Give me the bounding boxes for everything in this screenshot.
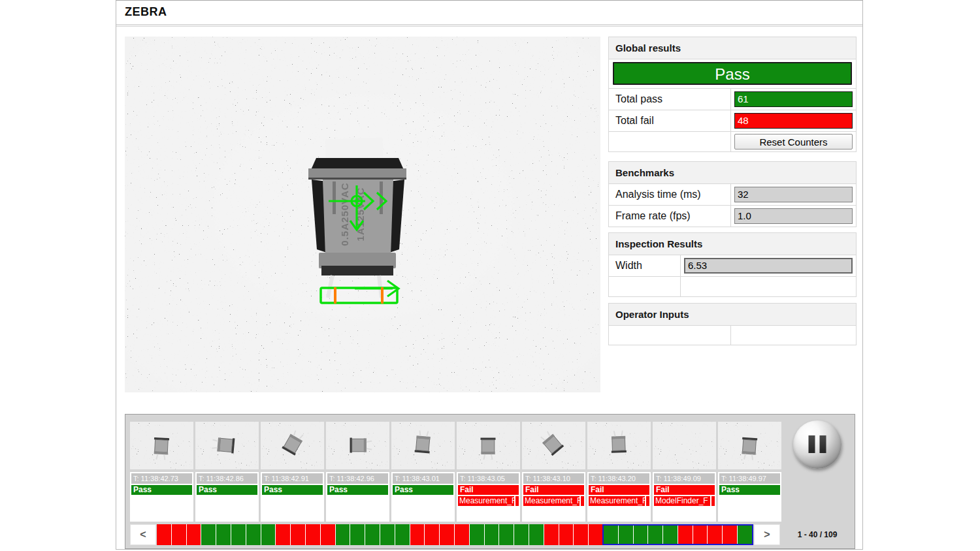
result-segment-pass[interactable] xyxy=(604,524,619,545)
screen: ZEBRA xyxy=(0,0,980,551)
scroll-prev-button[interactable]: < xyxy=(130,524,156,545)
thumbnail-info: T: 11:38:43.20 Fail Measurement_F xyxy=(587,472,651,522)
result-segment-pass[interactable] xyxy=(648,524,663,545)
result-segment-pass[interactable] xyxy=(216,524,231,545)
header-divider xyxy=(116,24,862,27)
result-segment-fail[interactable] xyxy=(425,524,440,545)
result-segment-pass[interactable] xyxy=(380,524,395,545)
thumbnail-timestamp: T: 11:38:42.91 xyxy=(262,473,323,484)
result-segment-fail[interactable] xyxy=(291,524,306,545)
result-segment-pass[interactable] xyxy=(365,524,380,545)
thumbnail-cell[interactable]: T: 11:38:42.86 Pass xyxy=(195,422,259,469)
result-banner-row: Pass xyxy=(609,59,856,89)
thumbnail-fail-reason: Measurement_F xyxy=(589,496,649,506)
svg-text:0.5A250VAC: 0.5A250VAC xyxy=(339,182,350,245)
result-segment-fail[interactable] xyxy=(678,524,693,545)
thumbnail-fail-reason: Measurement_F xyxy=(523,496,584,506)
result-segment-pass[interactable] xyxy=(395,524,410,545)
result-segment-fail[interactable] xyxy=(574,524,589,545)
result-segment-pass[interactable] xyxy=(231,524,246,545)
result-segment-pass[interactable] xyxy=(485,524,500,545)
result-segment-fail[interactable] xyxy=(321,524,336,545)
thumbnail-cell[interactable]: T: 11:38:49.97 Pass xyxy=(718,422,781,469)
thumbnail-cell[interactable]: T: 11:38:42.91 Pass xyxy=(261,422,324,469)
result-segment-pass[interactable] xyxy=(201,524,216,545)
result-segment-fail[interactable] xyxy=(187,524,202,545)
result-segment-fail[interactable] xyxy=(306,524,321,545)
result-segment-pass[interactable] xyxy=(261,524,276,545)
global-results-header: Global results xyxy=(609,37,856,59)
inspection-empty-row xyxy=(609,277,856,296)
thumbnail-status: Fail xyxy=(458,485,519,495)
thumbnail-status: Fail xyxy=(523,485,584,495)
result-segment-fail[interactable] xyxy=(544,524,559,545)
thumbnail-info: T: 11:38:43.01 Pass xyxy=(391,472,455,522)
thumbnail-image xyxy=(326,422,389,469)
result-segment-fail[interactable] xyxy=(172,524,187,545)
thumbnail-status: Pass xyxy=(393,485,453,495)
width-label: Width xyxy=(609,255,681,276)
thumbnail-image xyxy=(195,422,259,469)
range-indicator: 1 - 40 / 109 xyxy=(779,524,856,545)
result-segment-pass[interactable] xyxy=(634,524,649,545)
result-segment-fail[interactable] xyxy=(693,524,708,545)
result-segment-fail[interactable] xyxy=(455,524,470,545)
thumbnail-status: Pass xyxy=(719,485,780,495)
result-segment-fail[interactable] xyxy=(440,524,455,545)
thumbnail-cell[interactable]: T: 11:38:42.73 Pass xyxy=(130,422,193,469)
result-segment-pass[interactable] xyxy=(350,524,365,545)
result-segment-fail[interactable] xyxy=(708,524,723,545)
thumbnail-image xyxy=(261,422,324,469)
thumbnail-image xyxy=(718,422,781,469)
width-row: Width 6.53 xyxy=(609,255,856,277)
thumbnail-image xyxy=(653,422,716,469)
result-segment-pass[interactable] xyxy=(663,524,678,545)
result-segment-pass[interactable] xyxy=(470,524,485,545)
result-segment-fail[interactable] xyxy=(589,524,604,545)
thumbnail-status: Pass xyxy=(327,485,388,495)
result-segment-pass[interactable] xyxy=(529,524,544,545)
result-segment-pass[interactable] xyxy=(514,524,529,545)
result-segment-fail[interactable] xyxy=(723,524,738,545)
thumbnail-cell[interactable]: T: 11:38:43.01 Pass xyxy=(391,422,455,469)
total-fail-value: 48 xyxy=(734,113,853,129)
thumbnail-cell[interactable]: T: 11:38:43.10 Fail Measurement_F xyxy=(522,422,585,469)
pause-icon xyxy=(809,435,826,453)
thumbnail-status: Pass xyxy=(262,485,323,495)
result-segment-fail[interactable] xyxy=(157,524,172,545)
thumbnail-image xyxy=(391,422,455,469)
result-segment-pass[interactable] xyxy=(336,524,351,545)
thumbnail-fail-reason: ModelFinder_F xyxy=(654,496,715,506)
inspection-results-header: Inspection Results xyxy=(609,233,856,255)
pause-button[interactable] xyxy=(793,420,841,469)
thumbnail-info: T: 11:38:42.96 Pass xyxy=(326,472,389,522)
thumbnail-cell[interactable]: T: 11:38:42.96 Pass xyxy=(326,422,389,469)
result-segment-pass[interactable] xyxy=(738,524,753,545)
thumbnail-image xyxy=(457,422,520,469)
result-segment-pass[interactable] xyxy=(246,524,261,545)
operator-input-cell-left xyxy=(609,326,731,345)
frame-rate-row: Frame rate (fps) 1.0 xyxy=(609,206,856,227)
result-segment-pass[interactable] xyxy=(619,524,634,545)
thumbnail-image xyxy=(522,422,585,469)
total-pass-value: 61 xyxy=(734,91,853,107)
operator-inputs-row xyxy=(609,326,856,345)
inspection-results-section: Inspection Results Width 6.53 xyxy=(608,232,857,297)
result-segment-pass[interactable] xyxy=(499,524,514,545)
width-value: 6.53 xyxy=(684,258,853,274)
result-history-strip xyxy=(157,524,753,545)
thumbnail-cell[interactable]: T: 11:38:43.05 Fail Measurement_F xyxy=(457,422,520,469)
zebra-logo: ZEBRA xyxy=(125,5,167,19)
result-segment-fail[interactable] xyxy=(410,524,425,545)
thumbnail-cell[interactable]: T: 11:38:43.20 Fail Measurement_F xyxy=(587,422,651,469)
reset-counters-button[interactable]: Reset Counters xyxy=(734,134,853,150)
scroll-next-button[interactable]: > xyxy=(754,524,780,545)
result-segment-fail[interactable] xyxy=(559,524,574,545)
thumbnail-fail-reason: Measurement_F xyxy=(458,496,519,506)
thumbnail-info: T: 11:38:42.91 Pass xyxy=(261,472,324,522)
thumbnail-info: T: 11:38:49.97 Pass xyxy=(718,472,781,522)
result-segment-fail[interactable] xyxy=(276,524,291,545)
thumbnail-cell[interactable]: T: 11:38:49.09 Fail ModelFinder_F xyxy=(653,422,716,469)
thumbnail-timestamp: T: 11:38:49.09 xyxy=(654,473,715,484)
thumbnail-info: T: 11:38:42.86 Pass xyxy=(195,472,259,522)
